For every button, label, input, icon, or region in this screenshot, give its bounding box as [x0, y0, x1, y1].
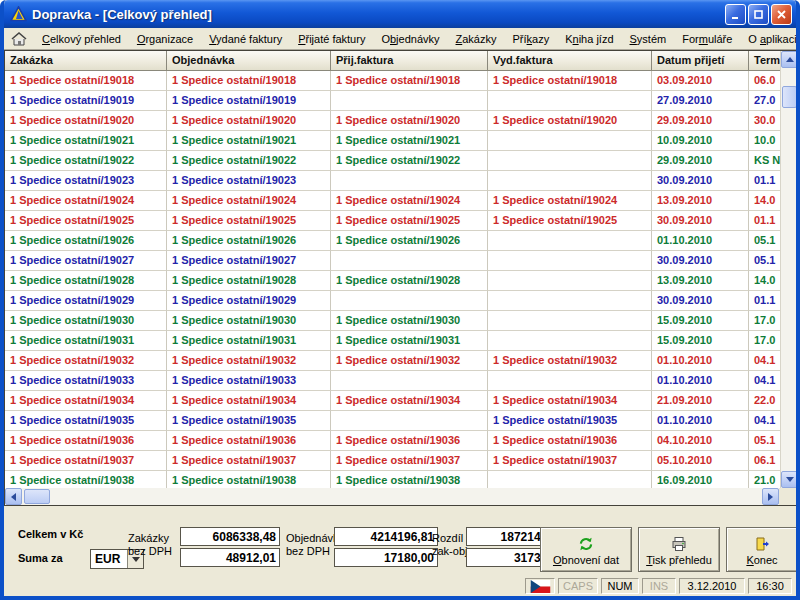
app-logo-icon [10, 6, 27, 22]
cell-z: 1 Spedice ostatní/19025 [5, 211, 167, 231]
column-header-p[interactable]: Přij.faktura [331, 51, 488, 71]
cell-t: 01.1 [749, 211, 780, 231]
menu-item-0[interactable]: Celkový přehled [34, 30, 129, 48]
column-header-o[interactable]: Objednávka [167, 51, 331, 71]
scroll-right-button[interactable] [762, 488, 779, 505]
cell-o: 1 Spedice ostatní/19024 [167, 191, 331, 211]
menu-item-2[interactable]: Vydané faktury [201, 30, 290, 48]
table-row[interactable]: 1 Spedice ostatní/190271 Spedice ostatní… [5, 251, 780, 271]
cell-p: 1 Spedice ostatní/19025 [331, 211, 488, 231]
table-row[interactable]: 1 Spedice ostatní/190181 Spedice ostatní… [5, 71, 780, 91]
scroll-up-button[interactable] [781, 51, 798, 68]
cell-o: 1 Spedice ostatní/19026 [167, 231, 331, 251]
cell-t: 01.1 [749, 291, 780, 311]
table-row[interactable]: 1 Spedice ostatní/190281 Spedice ostatní… [5, 271, 780, 291]
cell-v [488, 91, 652, 111]
table-row[interactable]: 1 Spedice ostatní/190331 Spedice ostatní… [5, 371, 780, 391]
close-button[interactable] [771, 4, 792, 25]
cell-z: 1 Spedice ostatní/19028 [5, 271, 167, 291]
table-row[interactable]: 1 Spedice ostatní/190351 Spedice ostatní… [5, 411, 780, 431]
table-row[interactable]: 1 Spedice ostatní/190231 Spedice ostatní… [5, 171, 780, 191]
konec-button[interactable]: Konec [726, 527, 798, 572]
home-icon[interactable] [10, 31, 28, 47]
language-flag[interactable] [525, 578, 555, 594]
table-row[interactable]: 1 Spedice ostatní/190211 Spedice ostatní… [5, 131, 780, 151]
menu-item-3[interactable]: Přijaté faktury [290, 30, 373, 48]
horizontal-scroll-thumb[interactable] [24, 489, 50, 504]
cell-t: 27.0 [749, 91, 780, 111]
cell-v [488, 251, 652, 271]
scroll-down-button[interactable] [781, 471, 798, 488]
cell-z: 1 Spedice ostatní/19019 [5, 91, 167, 111]
table-row[interactable]: 1 Spedice ostatní/190381 Spedice ostatní… [5, 471, 780, 488]
currency-value: EUR [91, 550, 127, 568]
scroll-left-button[interactable] [5, 488, 22, 505]
cell-v [488, 471, 652, 488]
table-body: 1 Spedice ostatní/190181 Spedice ostatní… [5, 71, 780, 488]
cell-o: 1 Spedice ostatní/19022 [167, 151, 331, 171]
cell-t: 17.0 [749, 331, 780, 351]
cell-o: 1 Spedice ostatní/19035 [167, 411, 331, 431]
tisk-prehledu-button[interactable]: Tisk přehledu [638, 527, 720, 572]
table-row[interactable]: 1 Spedice ostatní/190201 Spedice ostatní… [5, 111, 780, 131]
cell-o: 1 Spedice ostatní/19023 [167, 171, 331, 191]
restore-button[interactable] [748, 4, 769, 25]
window-title: Dopravka - [Celkový přehled] [32, 7, 725, 22]
cell-p: 1 Spedice ostatní/19026 [331, 231, 488, 251]
menu-item-5[interactable]: Zakázky [448, 30, 505, 48]
menu-item-1[interactable]: Organizace [129, 30, 201, 48]
menu-item-8[interactable]: Systém [622, 30, 675, 48]
cell-p: 1 Spedice ostatní/19022 [331, 151, 488, 171]
table-row[interactable]: 1 Spedice ostatní/190241 Spedice ostatní… [5, 191, 780, 211]
table-row[interactable]: 1 Spedice ostatní/190301 Spedice ostatní… [5, 311, 780, 331]
vertical-scrollbar[interactable] [780, 51, 797, 488]
cell-p: 1 Spedice ostatní/19031 [331, 331, 488, 351]
table-row[interactable]: 1 Spedice ostatní/190361 Spedice ostatní… [5, 431, 780, 451]
table-row[interactable]: 1 Spedice ostatní/190321 Spedice ostatní… [5, 351, 780, 371]
menu-item-6[interactable]: Příkazy [505, 30, 558, 48]
menu-item-7[interactable]: Kniha jízd [557, 30, 621, 48]
cell-v: 1 Spedice ostatní/19025 [488, 211, 652, 231]
cell-p [331, 91, 488, 111]
cell-z: 1 Spedice ostatní/19036 [5, 431, 167, 451]
cell-v [488, 231, 652, 251]
cell-d: 30.09.2010 [652, 211, 749, 231]
cell-v [488, 151, 652, 171]
horizontal-scrollbar[interactable] [5, 488, 779, 505]
table-row[interactable]: 1 Spedice ostatní/190191 Spedice ostatní… [5, 91, 780, 111]
table-row[interactable]: 1 Spedice ostatní/190371 Spedice ostatní… [5, 451, 780, 471]
table-row[interactable]: 1 Spedice ostatní/190251 Spedice ostatní… [5, 211, 780, 231]
cell-o: 1 Spedice ostatní/19038 [167, 471, 331, 488]
cell-v [488, 171, 652, 191]
cell-d: 10.09.2010 [652, 131, 749, 151]
cell-p: 1 Spedice ostatní/19030 [331, 311, 488, 331]
menu-item-9[interactable]: Formuláře [674, 30, 740, 48]
column-header-t[interactable]: Termín [749, 51, 780, 71]
status-bar: CAPS NUM INS 3.12.2010 16:30 [4, 576, 796, 596]
summary-panel: Celkem v Kč Suma za EUR Zakázky bez DPH … [4, 505, 796, 576]
menu-item-10[interactable]: O aplikaci [740, 30, 800, 48]
zakazky-total-field: 6086338,48 [180, 527, 280, 546]
cell-p: 1 Spedice ostatní/19037 [331, 451, 488, 471]
cell-z: 1 Spedice ostatní/19022 [5, 151, 167, 171]
cell-d: 05.10.2010 [652, 451, 749, 471]
table-row[interactable]: 1 Spedice ostatní/190261 Spedice ostatní… [5, 231, 780, 251]
menu-item-4[interactable]: Objednávky [373, 30, 447, 48]
table-row[interactable]: 1 Spedice ostatní/190311 Spedice ostatní… [5, 331, 780, 351]
button-label: Obnovení dat [553, 554, 619, 566]
menu-items: Celkový přehledOrganizaceVydané fakturyP… [34, 30, 800, 48]
cell-d: 30.09.2010 [652, 291, 749, 311]
column-header-v[interactable]: Vyd.faktura [488, 51, 652, 71]
minimize-button[interactable] [725, 4, 746, 25]
cell-o: 1 Spedice ostatní/19029 [167, 291, 331, 311]
table-row[interactable]: 1 Spedice ostatní/190221 Spedice ostatní… [5, 151, 780, 171]
table-row[interactable]: 1 Spedice ostatní/190291 Spedice ostatní… [5, 291, 780, 311]
cell-z: 1 Spedice ostatní/19018 [5, 71, 167, 91]
obnoveni-dat-button[interactable]: Obnovení dat [540, 527, 632, 572]
cell-z: 1 Spedice ostatní/19034 [5, 391, 167, 411]
vertical-scroll-thumb[interactable] [782, 86, 797, 108]
cell-v [488, 291, 652, 311]
column-header-d[interactable]: Datum přijetí [652, 51, 749, 71]
table-row[interactable]: 1 Spedice ostatní/190341 Spedice ostatní… [5, 391, 780, 411]
column-header-z[interactable]: Zakázka [5, 51, 167, 71]
